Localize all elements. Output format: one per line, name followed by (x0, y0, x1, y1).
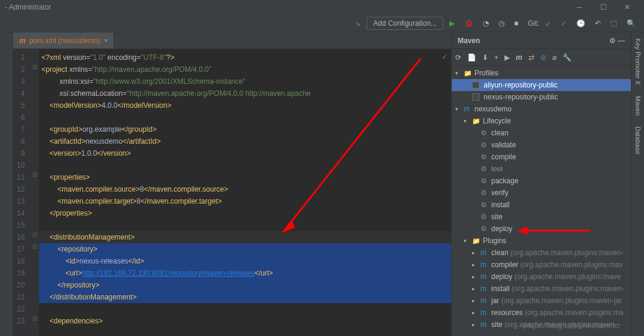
code-line[interactable]: <version>1.0.0</version> (39, 147, 451, 159)
add-icon[interactable]: + (494, 53, 498, 62)
run-config-dropdown[interactable]: Add Configuration... (367, 17, 443, 30)
side-tab-keypromoter[interactable]: Key Promoter X (633, 36, 643, 87)
tree-plugin-deploy[interactable]: ▸mdeploy (org.apache.maven.plugins:mave (452, 271, 631, 283)
tree-plugin-jar[interactable]: ▸mjar (org.apache.maven.plugins:maven-ja… (452, 295, 631, 307)
tree-goal-site[interactable]: ⚙site (452, 211, 631, 223)
code-line[interactable]: </repository> (39, 279, 451, 291)
code-line[interactable]: <maven.compiler.target>8</maven.compiler… (39, 195, 451, 207)
code-line[interactable]: <url>http://192.168.72.130:8081/reposito… (39, 267, 451, 279)
window-title: - Administrator (5, 3, 567, 11)
tree-project[interactable]: ▾mnexusdemo (452, 103, 631, 115)
tree-lifecycle[interactable]: ▾📁Lifecycle (452, 115, 631, 127)
coverage-button[interactable]: ◔ (479, 18, 492, 29)
tree-goal-validate[interactable]: ⚙validate (452, 139, 631, 151)
code-line[interactable] (39, 159, 451, 171)
tree-goal-install[interactable]: ⚙install (452, 199, 631, 211)
maven-panel-header: Maven ⚙ — (452, 32, 631, 49)
wrench-icon[interactable]: 🔧 (563, 53, 572, 62)
profile-button[interactable]: ◷ (495, 18, 508, 29)
tree-plugin-compiler[interactable]: ▸mcompiler (org.apache.maven.plugins:mav (452, 259, 631, 271)
tree-goal-verify[interactable]: ⚙verify (452, 187, 631, 199)
git-commit-icon[interactable]: ✓ (557, 18, 570, 29)
line-numbers: 1234567891011121314151617181920212223 (13, 49, 31, 336)
maven-tool-window: Maven ⚙ — ⟳ 📄 ⬇ + ▶ m ⇄ ⊘ ⌀ 🔧 ▾📁Profiles… (451, 32, 631, 336)
minimize-button[interactable]: ─ (567, 0, 591, 14)
run-button[interactable]: ▶ (446, 18, 458, 29)
code-line[interactable] (39, 111, 451, 123)
download-icon[interactable]: ⬇ (482, 53, 488, 62)
maven-file-icon: m (19, 37, 26, 45)
hammer-icon[interactable]: ↘ (351, 18, 364, 29)
generate-icon[interactable]: 📄 (467, 53, 476, 62)
code-line[interactable]: <dependencies> (39, 315, 451, 327)
code-line[interactable]: <modelVersion>4.0.0</modelVersion> (39, 99, 451, 111)
code-line[interactable]: <maven.compiler.source>8</maven.compiler… (39, 183, 451, 195)
tree-goal-clean[interactable]: ⚙clean (452, 127, 631, 139)
close-button[interactable]: ✕ (615, 0, 639, 14)
tree-plugin-resources[interactable]: ▸mresources (org.apache.maven.plugins:ma (452, 307, 631, 319)
tree-profile-aliyun-repository-public[interactable]: aliyun-repository-public (452, 79, 631, 91)
editor-area: m pom.xml (nexusdemo) × ✓ 12345678910111… (13, 32, 451, 336)
search-icon[interactable]: 🔍 (623, 18, 639, 29)
tab-pom-xml[interactable]: m pom.xml (nexusdemo) × (13, 32, 114, 49)
git-history-icon[interactable]: 🕒 (573, 18, 589, 29)
tree-plugins[interactable]: ▾📁Plugins (452, 235, 631, 247)
editor-tabs: m pom.xml (nexusdemo) × (13, 32, 451, 49)
code-editor[interactable]: ✓ 1234567891011121314151617181920212223 … (13, 49, 451, 336)
run-maven-icon[interactable]: ▶ (504, 53, 510, 62)
maven-toolbar: ⟳ 📄 ⬇ + ▶ m ⇄ ⊘ ⌀ 🔧 (452, 49, 631, 66)
code-line[interactable]: xsi:schemaLocation="http://maven.apache.… (39, 87, 451, 99)
checkbox-icon[interactable] (472, 81, 479, 89)
code-line[interactable] (39, 219, 451, 231)
tree-goal-deploy[interactable]: ⚙deploy (452, 223, 631, 235)
code-line[interactable]: <properties> (39, 171, 451, 183)
code-line[interactable]: <distributionManagement> (39, 231, 451, 243)
stop-button[interactable]: ■ (510, 18, 522, 29)
tree-goal-package[interactable]: ⚙package (452, 175, 631, 187)
code-line[interactable]: <artifactId>nexusdemo</artifactId> (39, 135, 451, 147)
code-line[interactable]: <groupId>org.example</groupId> (39, 123, 451, 135)
git-label: Git: (528, 19, 539, 28)
right-side-tabs: Key Promoter X Maven Database (631, 32, 644, 336)
tab-close-icon[interactable]: × (104, 37, 108, 45)
tree-profile-nexus-repository-public[interactable]: nexus-repository-public (452, 91, 631, 103)
tree-goal-test[interactable]: ⚙test (452, 163, 631, 175)
maven-m-icon[interactable]: m (516, 53, 522, 62)
reload-icon[interactable]: ⟳ (455, 53, 461, 62)
checkbox-icon[interactable] (472, 93, 479, 101)
code-line[interactable]: <?xml version="1.0" encoding="UTF-8"?> (39, 52, 451, 63)
panel-settings-icon[interactable]: ⚙ — (609, 37, 625, 45)
maven-title: Maven (458, 37, 480, 45)
code-line[interactable] (39, 303, 451, 315)
tree-goal-compile[interactable]: ⚙compile (452, 151, 631, 163)
maximize-button[interactable]: ☐ (591, 0, 615, 14)
debug-button[interactable]: 🐞 (461, 18, 477, 29)
left-gutter (0, 32, 13, 336)
code-line[interactable]: </distributionManagement> (39, 291, 451, 303)
tree-plugin-clean[interactable]: ▸mclean (org.apache.maven.plugins:maven- (452, 247, 631, 259)
code-line[interactable]: <id>nexus-releases</id> (39, 255, 451, 267)
side-tab-maven[interactable]: Maven (633, 93, 643, 118)
watermark: https://blog.csdn.net/tiancxz (524, 321, 620, 330)
code-line[interactable]: <repository> (39, 243, 451, 255)
git-pull-icon[interactable]: ↙ (542, 18, 555, 29)
code-line[interactable]: </properties> (39, 207, 451, 219)
git-revert-icon[interactable]: ↶ (591, 18, 604, 29)
tree-plugin-install[interactable]: ▸minstall (org.apache.maven.plugins:mave… (452, 283, 631, 295)
offline-icon[interactable]: ⊘ (540, 53, 546, 62)
maven-tree[interactable]: ▾📁Profiles aliyun-repository-public nexu… (452, 66, 631, 336)
fold-column[interactable]: ⊟⊟⊟⊟⊟ (31, 49, 39, 336)
ide-settings-icon[interactable]: ⬚ (607, 18, 621, 29)
code-line[interactable]: xmlns:xsi="http://www.w3.org/2001/XMLSch… (39, 75, 451, 87)
tab-label: pom.xml (nexusdemo) (29, 37, 101, 45)
toggle-icon[interactable]: ⇄ (528, 53, 534, 62)
window-titlebar: - Administrator ─ ☐ ✕ (0, 0, 644, 14)
skip-tests-icon[interactable]: ⌀ (552, 53, 557, 62)
main-toolbar: ↘ Add Configuration... ▶ 🐞 ◔ ◷ ■ Git: ↙ … (0, 14, 644, 32)
tree-profiles[interactable]: ▾📁Profiles (452, 67, 631, 79)
code-line[interactable]: <project xmlns="http://maven.apache.org/… (39, 63, 451, 75)
side-tab-database[interactable]: Database (633, 124, 643, 157)
